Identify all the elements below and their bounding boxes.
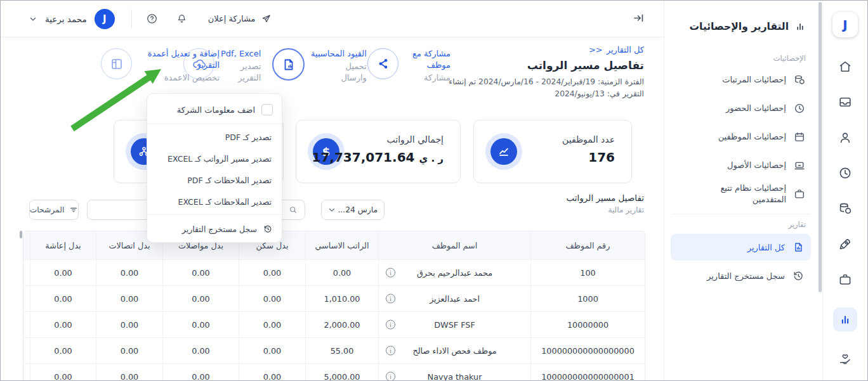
clock-icon [793, 102, 806, 115]
accounting-entries-button[interactable]: القيود المحاسبيةتحميل وارسال [272, 48, 367, 84]
card-label: إجمالي الرواتب [312, 134, 444, 145]
table-cell: 0.00 [96, 312, 162, 337]
topbar: محمد برعية J مشاركة إعلان [1, 1, 665, 37]
sidebar-item-ats-stats[interactable]: إحصائيات نظام تتبع المتقدمين [676, 179, 806, 208]
sidebar-item-employees-stats[interactable]: إحصائيات الموظفين [676, 122, 806, 151]
sidebar-item-payroll-stats[interactable]: إحصائيات المرتبات [676, 65, 806, 94]
table-cell: 0.00 [96, 260, 162, 285]
notifications-bell-icon[interactable] [176, 13, 188, 25]
column-header: اسم الموظف [378, 231, 530, 259]
table-cell: 0.00 [30, 338, 96, 363]
company-info-checkbox[interactable] [261, 104, 273, 115]
export-menu-item[interactable]: تصدير مسير الرواتب كـ EXCEL [147, 148, 282, 169]
action-subtitle: تحميل وارسال [331, 61, 367, 84]
sidebar-item-all-reports[interactable]: كل التقارير [671, 234, 811, 261]
employee-name-cell: Navya thakuri [378, 364, 530, 381]
payroll-coins-icon[interactable] [838, 201, 853, 216]
info-icon[interactable]: i [386, 320, 395, 330]
clock-icon[interactable] [838, 165, 853, 181]
table-cell-stub [23, 338, 30, 363]
table-cell-stub [23, 286, 30, 311]
share-announcement-label: مشاركة إعلان [208, 14, 256, 23]
info-icon[interactable]: i [386, 346, 395, 356]
reports-chart-icon[interactable] [833, 307, 857, 332]
card-value: 176 [562, 150, 615, 165]
collapse-panel-icon[interactable] [632, 11, 645, 25]
avatar-letter: J [103, 13, 107, 25]
table-cell-stub [23, 260, 30, 285]
sidebar-scrollbar[interactable] [819, 2, 822, 292]
chevron-down-icon[interactable] [29, 15, 37, 23]
share-with-employee-button[interactable]: مشاركة مع موظفمشاركة [367, 48, 450, 84]
filters-label: المرشحات [30, 205, 65, 214]
report-document-icon [792, 241, 805, 254]
user-name[interactable]: محمد برعية [45, 14, 87, 24]
filter-icon [69, 205, 78, 214]
table-cell: 1000 [530, 286, 645, 311]
column-header: الراتب الاساسي [305, 231, 378, 259]
avatar[interactable]: J [95, 9, 115, 29]
company-info-option[interactable]: اضف معلومات الشركة [147, 96, 282, 122]
report-history-menu-item[interactable]: سجل مستخرج التقارير [147, 217, 282, 240]
table-cell: 2,000.00 [305, 312, 378, 337]
info-icon[interactable]: i [386, 294, 395, 304]
breadcrumb[interactable]: >> كل التقارير [589, 45, 644, 55]
reports-sidebar: التقارير والإحصائيات الإحصائيات إحصائيات… [664, 1, 819, 380]
card-value: 17,737,071.64 [312, 150, 415, 165]
chevron-down-icon [328, 206, 336, 214]
action-title: Pdf, Excel [221, 48, 261, 60]
table-cell: 0.00 [162, 364, 239, 381]
company-info-label: اضف معلومات الشركة [177, 105, 255, 115]
section-label-reports: تقارير [788, 220, 806, 229]
table-cell: 0.00 [96, 286, 162, 311]
table-cell: 0.00 [239, 364, 305, 381]
info-icon[interactable]: i [386, 372, 395, 381]
filters-button[interactable]: المرشحات [29, 200, 79, 220]
menu-divider [147, 124, 282, 124]
table-scrollbar[interactable] [20, 231, 22, 238]
employee-name-cell: محمد عبدالرحيم بحرقi [378, 260, 530, 285]
table-cell: 0.00 [239, 286, 305, 311]
sidebar-item-assets-stats[interactable]: إحصائيات الأصول [676, 151, 806, 179]
table-section-title: تفاصيل مسير الرواتب [567, 193, 644, 203]
share-announcement-button[interactable]: مشاركة إعلان [208, 13, 272, 24]
menu-item-label: سجل مستخرج التقارير [182, 224, 257, 234]
app-logo[interactable]: J [832, 12, 858, 37]
table-cell: 0.00 [30, 286, 96, 311]
coins-icon [793, 74, 806, 86]
table-row: 10000000DWSF FSFi2,000.000.000.000.000.0… [23, 311, 645, 337]
benefits-hand-heart-icon[interactable] [838, 352, 853, 367]
sidebar-item-label: إحصائيات الموظفين [718, 132, 786, 141]
help-icon[interactable] [146, 13, 158, 25]
briefcase-icon[interactable] [838, 272, 853, 287]
table-cell: 100 [530, 260, 645, 285]
sidebar-item-label: سجل مستخرج التقارير [707, 271, 785, 281]
export-menu-item[interactable]: تصدير كـ PDF [147, 126, 282, 148]
home-icon[interactable] [838, 59, 853, 74]
icon-halo [485, 133, 522, 170]
total-salaries-card: $ إجمالي الرواتب 17,737,071.64 ر . ي [296, 120, 461, 183]
rocket-icon[interactable] [838, 236, 853, 252]
info-icon[interactable]: i [386, 268, 395, 278]
people-icon[interactable] [838, 130, 853, 145]
table-cell: 0.00 [162, 312, 239, 337]
table-cell: 0.00 [239, 312, 305, 337]
sidebar-item-label: إحصائيات الأصول [727, 160, 786, 170]
history-clock-icon [263, 224, 273, 234]
table-cell: 0.00 [96, 364, 162, 381]
sidebar-item-label: إحصائيات نظام تتبع المتقدمين [710, 183, 786, 205]
card-label: عدد الموظفين [562, 134, 615, 145]
share-nodes-icon [367, 48, 398, 79]
inbox-icon[interactable] [838, 94, 853, 110]
table-cell: 0.00 [96, 338, 162, 363]
export-menu-item[interactable]: تصدير الملاحظات كـ PDF [147, 169, 282, 191]
sidebar-item-attendance-stats[interactable]: إحصائيات الحضور [676, 94, 806, 122]
page-title: تفاصيل مسير الرواتب [527, 59, 644, 72]
action-title: مشاركة مع موظف [405, 48, 450, 71]
sidebar-item-report-history[interactable]: سجل مستخرج التقارير [707, 269, 805, 282]
topbar-divider [131, 10, 132, 29]
export-menu-item[interactable]: تصدير الملاحظات كـ EXCEL [147, 191, 282, 212]
table-cell: 0.00 [162, 338, 239, 363]
customize-columns-button[interactable]: إضافة و تعديل أعمدة التقريرتخصيص الاعمدة [101, 48, 220, 84]
month-select[interactable]: مارس 24... [321, 200, 385, 220]
